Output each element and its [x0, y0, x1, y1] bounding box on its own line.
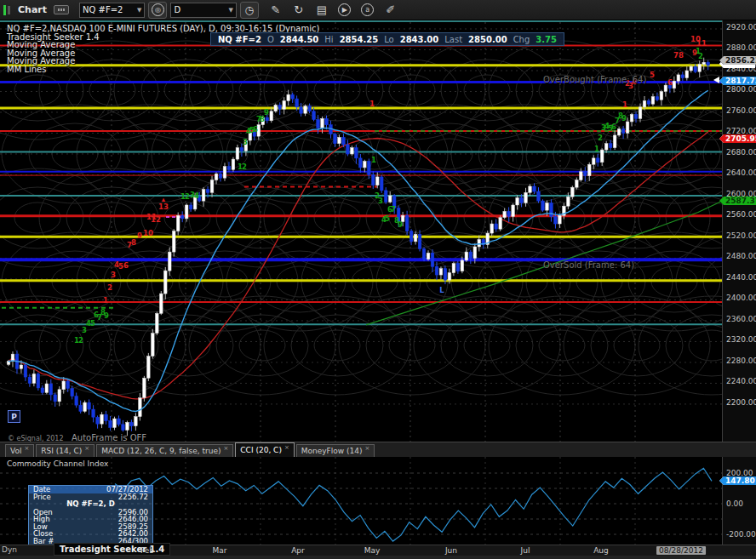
price-tick-label: 2320.00 [726, 335, 756, 344]
count-annotation: 3 [243, 138, 248, 146]
page-badge[interactable]: P [8, 410, 20, 423]
cci-title: Commodity Channel Index [7, 459, 108, 468]
oversold-label: OverSold (Frame: 64) [543, 260, 634, 270]
tab-close-icon[interactable]: × [84, 445, 89, 452]
symbol-input[interactable]: NQ #F=2 ▼ [79, 3, 145, 18]
count-annotation: 2 [242, 163, 247, 171]
cci-value-badge: 147.80 [724, 476, 756, 485]
auto-icon[interactable]: a [358, 3, 378, 18]
window-title: Chart [18, 4, 47, 15]
price-tick-label: 2800.00 [726, 85, 756, 94]
redo-icon[interactable]: ↻ [289, 3, 309, 18]
cci-panel[interactable]: Commodity Channel Index Date07/27/2012Pr… [0, 457, 722, 545]
console-icon[interactable]: ▤ [312, 3, 332, 18]
study-tab-label: Vol [10, 447, 21, 455]
quote-open-label: O [267, 35, 274, 44]
data-window: Date07/27/2012Price2256.72NQ #F=2, DOpen… [28, 485, 153, 551]
symbol-value: NQ #F=2 [83, 5, 132, 14]
price-chart-canvas[interactable]: 12345678912345678910111213▴1234123456789… [0, 22, 722, 443]
cursor-date-badge: 08/28/2012 [656, 546, 706, 555]
window-link-badge[interactable] [54, 5, 69, 14]
toolbar-icons: ✎↻▤▶a✐ [266, 3, 401, 18]
count-annotation: 1 [622, 100, 627, 109]
count-annotation: 9 [104, 311, 109, 320]
quote-last-value: 2850.00 [468, 35, 507, 44]
price-tick-label: 2640.00 [726, 168, 756, 177]
count-annotation: 4 [194, 191, 199, 200]
tab-close-icon[interactable]: × [284, 444, 289, 451]
quote-bar: NQ #F=2 O 2844.50 Hi 2854.25 Lo 2843.00 … [210, 32, 564, 46]
study-tab-label: MACD (12, 26, C, 9, false, true) [101, 447, 220, 455]
toolbar: Chart NQ #F=2 ▼ ◎ D ▼ ◷ ✎↻▤▶a✐ [0, 0, 756, 20]
time-axis[interactable]: Dyn Tradesight Seeker 1.4 FebMarAprMayJu… [0, 545, 756, 556]
tab-close-icon[interactable]: × [365, 445, 370, 452]
marker-icon[interactable]: ✐ [381, 3, 401, 18]
count-annotation: 7 [391, 205, 396, 214]
price-axis[interactable]: 2200.002240.002280.002320.002360.002400.… [722, 20, 756, 442]
count-annotation: 5 [385, 214, 390, 223]
legend-ma3: Moving Average [7, 57, 319, 66]
count-annotation: 9 [264, 108, 269, 117]
study-tab-label: RSI (14, C) [41, 447, 82, 455]
count-annotation: 5 [90, 319, 95, 328]
price-badge: 2856.21 [724, 56, 756, 65]
study-tab[interactable]: RSI (14, C)× [36, 444, 94, 457]
month-label: Feb [140, 546, 154, 555]
interval-dropdown-icon[interactable]: ▼ [228, 7, 232, 14]
tab-close-icon[interactable]: × [223, 445, 228, 452]
count-annotation: 1 [369, 100, 375, 108]
main-chart[interactable]: 12345678912345678910111213▴1234123456789… [0, 20, 722, 443]
app-icon [3, 5, 11, 15]
price-tick-label: 2240.00 [726, 377, 756, 385]
pencil-icon[interactable]: ✎ [266, 3, 286, 18]
quote-chg-label: Chg [513, 35, 530, 44]
month-label: Jun [445, 546, 457, 555]
tab-close-icon[interactable]: × [24, 445, 29, 452]
price-tick-label: 2920.00 [726, 23, 756, 31]
time-template-button[interactable]: ◷ [240, 2, 259, 19]
count-annotation: 8 [131, 238, 136, 247]
quote-symbol: NQ #F=2 [218, 35, 261, 44]
cci-axis[interactable]: 200.000.00-200.00147.80 [722, 457, 756, 545]
price-tick-label: 2400.00 [726, 294, 756, 302]
overbought-label: OverBought (Frame: 64) [543, 75, 646, 84]
price-tick-label: 2760.00 [726, 106, 756, 115]
count-annotation: 13 [158, 202, 169, 211]
count-annotation: 12 [151, 215, 161, 224]
price-tick-label: 2440.00 [726, 273, 756, 282]
price-tick-label: 2680.00 [726, 148, 756, 157]
month-label: Aug [593, 546, 609, 555]
chart-window: Chart NQ #F=2 ▼ ◎ D ▼ ◷ ✎↻▤▶a✐ 123456789… [0, 0, 756, 559]
study-tab[interactable]: Vol× [5, 444, 34, 457]
price-tick-label: 2360.00 [726, 315, 756, 323]
count-annotation: L [439, 286, 444, 294]
count-annotation: 2 [598, 134, 603, 142]
cci-tick-label: 0.00 [726, 499, 743, 508]
count-annotation: 1 [103, 296, 108, 305]
quote-chg-value: 3.75 [536, 35, 557, 44]
mouse-cursor-icon [713, 77, 719, 83]
price-tick-label: 2200.00 [726, 398, 756, 407]
quote-open-value: 2844.50 [280, 35, 319, 44]
quote-high-label: Hi [324, 35, 333, 44]
legend-mm-lines: MM Lines [7, 66, 319, 74]
month-label: Jul [521, 546, 530, 555]
count-annotation: 9 [398, 220, 403, 229]
study-tab[interactable]: MoneyFlow (14)× [296, 444, 375, 457]
study-tab[interactable]: CCI (20, C)× [235, 442, 294, 457]
lookup-icon: ◎ [152, 3, 164, 16]
interval-input[interactable]: D ▼ [170, 3, 236, 18]
price-badge: 2817.72 [724, 77, 756, 85]
symbol-dropdown-icon[interactable]: ▼ [137, 7, 141, 14]
play-icon[interactable]: ▶ [335, 3, 355, 18]
month-label: Mar [213, 546, 227, 555]
count-annotation: ▴ [162, 195, 166, 203]
count-annotation: 6 [667, 78, 673, 87]
month-label: Apr [291, 546, 305, 555]
study-tab[interactable]: MACD (12, 26, C, 9, false, true)× [96, 444, 233, 457]
symbol-lookup-button[interactable]: ◎ [148, 2, 167, 19]
month-label: May [364, 546, 381, 555]
count-annotation: 3 [378, 197, 383, 205]
count-annotation: 9 [137, 231, 142, 240]
count-annotation: 2 [78, 336, 83, 345]
